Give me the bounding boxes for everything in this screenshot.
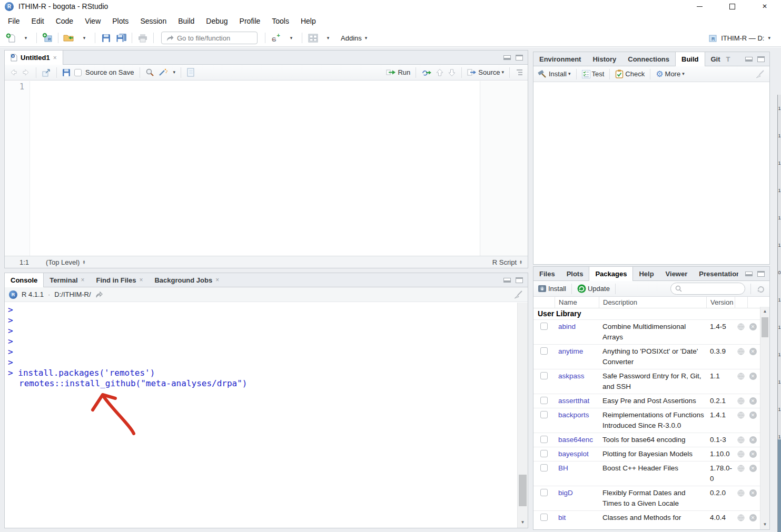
package-row[interactable]: backports Reimplementations of Functions… [533,408,760,433]
build-more-button[interactable]: ⚙ More ▾ [656,68,685,81]
package-row[interactable]: assertthat Easy Pre and Post Assertions … [533,394,760,408]
tab-untitled1[interactable]: R Untitled1 × [5,51,63,65]
source-on-save-checkbox[interactable] [74,69,82,76]
clear-build-icon[interactable] [755,69,765,79]
menu-profile[interactable]: Profile [234,17,266,25]
remove-package-icon[interactable] [749,450,757,458]
package-name-link[interactable]: askpass [555,371,599,392]
menu-session[interactable]: Session [134,17,172,25]
console-scrollbar[interactable]: ▼ [517,303,528,528]
package-row[interactable]: base64enc Tools for base64 encoding 0.1-… [533,433,760,447]
tab-files[interactable]: Files [533,267,561,280]
minimize-pane-icon[interactable] [503,278,511,283]
menu-view[interactable]: View [79,17,106,25]
menu-help[interactable]: Help [295,17,322,25]
package-checkbox[interactable] [540,347,548,355]
language-mode-selector[interactable]: R Script [492,258,522,266]
remove-package-icon[interactable] [749,489,757,497]
workspace-panes-button[interactable] [307,32,319,44]
package-checkbox[interactable] [540,323,548,330]
maximize-pane-icon[interactable] [516,55,523,61]
document-outline-icon[interactable] [515,69,523,76]
minimize-button[interactable] [683,0,716,13]
source-button[interactable]: Source ▾ [467,66,504,79]
package-row[interactable]: BH Boost C++ Header Files 1.78.0-0 [533,461,760,486]
tab-packages[interactable]: Packages [589,267,633,281]
package-website-icon[interactable] [737,323,745,330]
package-website-icon[interactable] [737,436,745,444]
tab-git[interactable]: Git [705,52,726,66]
package-checkbox[interactable] [540,489,548,496]
close-tab-icon[interactable]: × [139,276,143,284]
build-check-button[interactable]: Check [615,68,645,81]
minimize-pane-icon[interactable] [503,55,511,60]
close-button[interactable] [748,0,781,13]
compile-report-icon[interactable] [186,68,194,77]
header-name[interactable]: Name [555,297,599,308]
package-name-link[interactable]: bit [555,513,599,523]
tab-find-in-files[interactable]: Find in Files× [91,273,149,287]
tab-connections[interactable]: Connections [622,52,675,66]
scrollbar-thumb[interactable] [519,475,527,506]
package-website-icon[interactable] [737,450,745,458]
open-in-window-icon[interactable] [42,68,51,77]
package-name-link[interactable]: bigD [555,488,599,509]
tab-console[interactable]: Console [5,273,44,287]
package-row[interactable]: bigD Flexibly Format Dates and Times to … [533,486,760,510]
open-file-button[interactable] [63,32,75,44]
close-tab-icon[interactable]: × [81,276,85,284]
tab-tutorial-truncated[interactable]: T [726,52,730,66]
tab-history[interactable]: History [587,52,622,66]
menu-build[interactable]: Build [172,17,200,25]
menu-debug[interactable]: Debug [200,17,233,25]
scroll-down-icon[interactable]: ▼ [760,522,769,527]
package-website-icon[interactable] [737,373,745,380]
new-file-menu-caret[interactable]: ▾ [19,32,32,44]
package-name-link[interactable]: bayesplot [555,449,599,459]
save-button[interactable] [100,32,112,44]
package-checkbox[interactable] [540,450,548,457]
back-icon[interactable] [9,68,18,76]
tab-environment[interactable]: Environment [533,52,587,66]
console-output[interactable]: > > > > > > > install.packages('remotes'… [5,303,517,528]
menu-tools[interactable]: Tools [266,17,295,25]
package-name-link[interactable]: anytime [555,346,599,367]
new-file-button[interactable] [4,32,17,44]
code-tools-caret[interactable]: ▾ [173,70,176,75]
save-icon[interactable] [62,68,71,77]
package-row[interactable]: anytime Anything to 'POSIXct' or 'Date' … [533,344,760,369]
remove-package-icon[interactable] [749,514,757,521]
package-row[interactable]: askpass Safe Password Entry for R, Git, … [533,369,760,394]
package-checkbox[interactable] [540,372,548,379]
open-file-menu-caret[interactable]: ▾ [78,32,91,44]
goto-file-input[interactable] [177,34,245,42]
package-checkbox[interactable] [540,411,548,418]
remove-package-icon[interactable] [749,397,757,405]
minimize-pane-icon[interactable] [745,272,753,276]
tab-background-jobs[interactable]: Background Jobs× [149,273,225,287]
package-row[interactable]: bit Classes and Methods for 4.0.4 [533,510,760,525]
open-directory-icon[interactable] [95,292,103,298]
package-website-icon[interactable] [737,465,745,472]
package-checkbox[interactable] [540,464,548,471]
build-install-button[interactable]: Install ▾ [538,68,571,81]
version-control-button[interactable]: +−G [270,32,282,44]
package-name-link[interactable]: abind [555,322,599,343]
tab-viewer[interactable]: Viewer [660,267,694,280]
package-website-icon[interactable] [737,489,745,497]
package-row[interactable]: abind Combine Multidimensional Arrays 1.… [533,319,760,344]
maximize-button[interactable] [716,0,748,13]
go-up-icon[interactable] [436,68,444,77]
remove-package-icon[interactable] [749,411,757,419]
new-project-button[interactable]: R [41,32,54,44]
package-name-link[interactable]: backports [555,410,599,431]
source-menu-caret[interactable]: ▾ [501,70,504,75]
header-description[interactable]: Description [599,297,706,308]
menu-plots[interactable]: Plots [106,17,134,25]
packages-search-box[interactable] [670,283,745,295]
maximize-pane-icon[interactable] [516,277,523,283]
remove-package-icon[interactable] [749,348,757,355]
package-website-icon[interactable] [737,514,745,521]
packages-update-button[interactable]: Update [577,283,610,295]
go-down-icon[interactable] [448,68,456,77]
